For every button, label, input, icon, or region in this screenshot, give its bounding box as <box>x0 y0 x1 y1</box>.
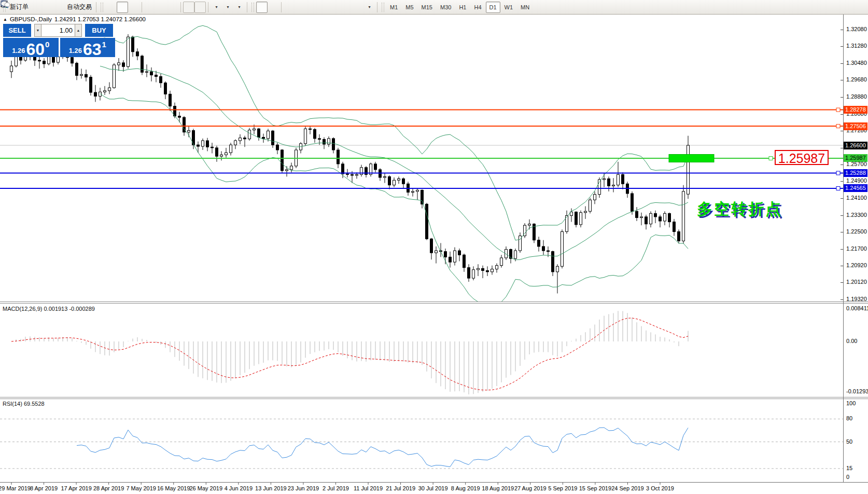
price-tick-label: 1.24900 <box>846 177 867 184</box>
price-tick-mark <box>841 232 843 232</box>
price-callout-label[interactable]: 1.25987 <box>775 150 829 165</box>
chart-canvas[interactable] <box>0 0 868 494</box>
macd-axis-label: 0.00 <box>846 338 857 344</box>
price-tick-label: 1.22500 <box>846 228 867 235</box>
highlight-rectangle[interactable] <box>669 154 714 162</box>
rsi-axis-label: 100 <box>846 400 856 406</box>
sell-price-display[interactable]: 1.26 60 0 <box>3 38 59 57</box>
fibonacci-tool[interactable]: F <box>329 2 341 13</box>
one-click-trading-panel: SELL ▼ ▲ BUY 1.26 60 0 1.26 63 1 <box>3 24 115 57</box>
macd-pane <box>11 311 688 394</box>
chat-icon <box>0 0 10 8</box>
price-tick-mark <box>841 266 843 266</box>
price-tick-mark <box>841 46 843 47</box>
profile-button[interactable] <box>42 2 53 13</box>
price-axis-badge: 1.26600 <box>844 142 867 149</box>
timeframe-button-d1[interactable]: D1 <box>486 2 500 13</box>
price-tick-label: 1.30480 <box>846 60 867 66</box>
toolbar-grip[interactable] <box>382 3 384 12</box>
price-tick-mark <box>841 164 843 165</box>
price-tick-mark <box>841 282 843 283</box>
price-tick-mark <box>841 80 843 80</box>
price-axis-badge: 1.28278 <box>844 106 867 114</box>
history-button[interactable] <box>31 2 42 13</box>
indicators-dropdown[interactable]: ▾ <box>215 5 217 9</box>
arrows-dropdown[interactable]: ▾ <box>368 5 370 9</box>
channel-tool[interactable]: E <box>318 2 329 13</box>
text-tool[interactable]: A <box>341 2 352 13</box>
arrows-tool[interactable]: ▾ <box>363 2 375 13</box>
templates-button[interactable]: ▾ <box>233 2 245 13</box>
new-order-button[interactable]: 新订单 <box>8 2 31 13</box>
vertical-line-tool[interactable] <box>284 2 295 13</box>
line-chart-button[interactable] <box>128 2 139 13</box>
chat-button[interactable] <box>811 2 822 13</box>
price-tick-mark <box>841 131 843 131</box>
new-order-label: 新订单 <box>10 3 29 11</box>
volume-decrease-button[interactable]: ▼ <box>34 24 41 37</box>
timeframe-button-h4[interactable]: H4 <box>470 2 485 13</box>
search-button[interactable] <box>797 2 809 13</box>
rsi-axis-label: 50 <box>846 438 852 445</box>
price-tick-mark <box>841 299 843 300</box>
periods-button[interactable]: ▾ <box>222 2 233 13</box>
price-tick-mark <box>841 249 843 250</box>
timeframe-button-w1[interactable]: W1 <box>501 2 517 13</box>
price-axis-badge: 1.27506 <box>844 122 867 130</box>
auto-scroll-button[interactable] <box>183 2 194 13</box>
price-axis-badge: 1.24565 <box>844 184 867 192</box>
text-label-tool[interactable]: T <box>352 2 363 13</box>
cursor-tool-button[interactable] <box>256 2 268 13</box>
toolbar-grip[interactable] <box>251 3 254 12</box>
signals-button[interactable] <box>53 2 65 13</box>
bollinger-bands <box>100 25 688 307</box>
horizontal-line-tool[interactable] <box>295 2 306 13</box>
rsi-pane <box>0 419 843 469</box>
price-tick-label: 1.20920 <box>846 262 867 268</box>
toolbar: 新订单 自动交易 <box>0 0 868 15</box>
pane-separator[interactable] <box>0 301 868 304</box>
zoom-in-button[interactable] <box>144 2 156 13</box>
autotrade-button[interactable]: 自动交易 <box>65 2 94 13</box>
sell-button[interactable]: SELL <box>3 24 31 37</box>
candlestick-chart-button[interactable] <box>117 2 128 13</box>
rsi-axis-label: 15 <box>846 465 852 471</box>
collapse-icon[interactable]: ▲ <box>3 17 7 22</box>
buy-price-display[interactable]: 1.26 63 1 <box>60 38 116 57</box>
trendline-tool[interactable] <box>306 2 318 13</box>
macd-axis-label: 0.008411 <box>846 305 868 311</box>
price-tick-label: 1.19320 <box>846 296 867 302</box>
timeframe-button-mn[interactable]: MN <box>517 2 533 13</box>
timeframe-button-h1[interactable]: H1 <box>455 2 470 13</box>
price-tick-label: 1.32080 <box>846 26 867 32</box>
volume-input[interactable] <box>41 24 75 37</box>
timeframe-button-m5[interactable]: M5 <box>402 2 417 13</box>
chart-title-bar: ▲ GBPUSD-,Daily 1.24291 1.27053 1.24072 … <box>3 16 146 22</box>
chart-shift-button[interactable] <box>194 2 206 13</box>
price-tick-mark <box>841 97 843 98</box>
sell-price-sup: 0 <box>45 40 49 49</box>
price-tick-mark <box>841 215 843 216</box>
bar-chart-button[interactable] <box>105 2 117 13</box>
tile-windows-button[interactable] <box>167 2 178 13</box>
ohlc-values: 1.24291 1.27053 1.24072 1.26600 <box>54 16 146 22</box>
indicators-button[interactable]: ▾ <box>211 2 222 13</box>
macd-axis-label: -0.012931 <box>846 388 868 394</box>
volume-increase-button[interactable]: ▲ <box>75 24 82 37</box>
chart-annotation-text[interactable]: 多空转折点 <box>697 199 782 220</box>
toolbar-grip[interactable] <box>101 3 103 12</box>
templates-dropdown[interactable]: ▾ <box>238 5 240 9</box>
buy-button[interactable]: BUY <box>85 24 113 37</box>
mt4-window: 新订单 自动交易 <box>0 0 868 494</box>
crosshair-tool-button[interactable] <box>268 2 279 13</box>
zoom-out-button[interactable] <box>156 2 167 13</box>
horizontal-level-lines[interactable] <box>0 108 843 190</box>
price-axis-border <box>843 15 844 482</box>
timeframe-button-m15[interactable]: M15 <box>418 2 436 13</box>
pane-separator[interactable] <box>0 397 868 399</box>
timeframe-button-m30[interactable]: M30 <box>437 2 455 13</box>
chart-bottom-border <box>0 482 868 483</box>
timeframe-button-m1[interactable]: M1 <box>386 2 401 13</box>
buy-price-prefix: 1.26 <box>69 47 82 54</box>
periods-dropdown[interactable]: ▾ <box>227 5 229 9</box>
